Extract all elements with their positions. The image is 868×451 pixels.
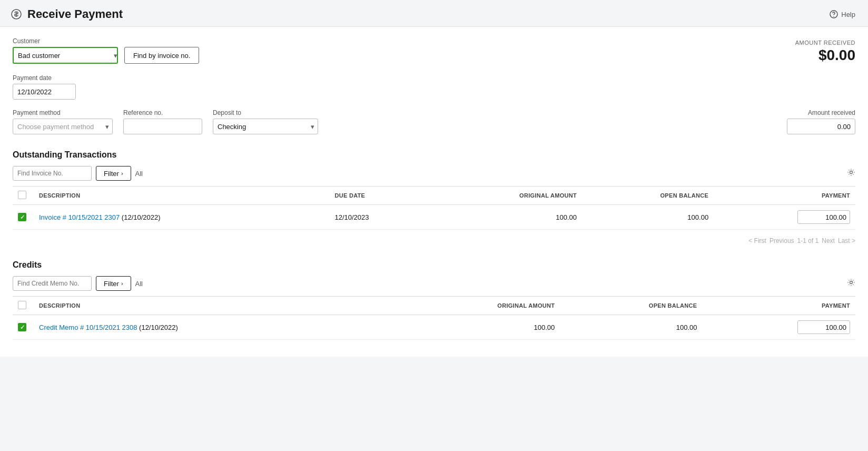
amount-received-value: $0.00 — [795, 47, 855, 64]
deposit-to-select-wrap: Checking Savings ▾ — [213, 119, 318, 134]
outstanding-original-amount-header: ORIGINAL AMOUNT — [430, 187, 582, 205]
page-container: Receive Payment Help Customer ▾ — [0, 0, 868, 451]
outstanding-table-header-row: DESCRIPTION DUE DATE ORIGINAL AMOUNT OPE… — [13, 187, 855, 205]
pagination-first[interactable]: < First — [748, 237, 766, 244]
payment-date-input[interactable] — [13, 84, 76, 100]
payment-method-select[interactable]: Choose payment method Cash Check Credit … — [13, 123, 102, 131]
amount-received-label: AMOUNT RECEIVED — [795, 40, 855, 46]
deposit-to-label: Deposit to — [213, 109, 318, 116]
credits-row-description: Credit Memo # 10/15/2021 2308 (12/10/202… — [34, 315, 396, 340]
deposit-to-field-group: Deposit to Checking Savings ▾ — [213, 109, 318, 134]
credits-gear-button[interactable] — [847, 278, 855, 289]
outstanding-row-checkbox[interactable] — [18, 213, 26, 221]
amount-received-field-group: Amount received — [787, 109, 855, 134]
outstanding-filter-button[interactable]: Filter › — [96, 166, 131, 181]
amount-received-box: AMOUNT RECEIVED $0.00 — [795, 40, 855, 64]
credits-table-header-row: DESCRIPTION ORIGINAL AMOUNT OPEN BALANCE… — [13, 297, 855, 315]
customer-label: Customer — [13, 37, 118, 45]
credits-row-payment-cell — [702, 315, 855, 340]
credits-row-original-amount: 100.00 — [396, 315, 560, 340]
credits-row-open-balance: 100.00 — [560, 315, 702, 340]
credits-select-all-header — [13, 297, 34, 315]
payment-date-field-group: Payment date — [13, 74, 855, 100]
pagination-range: 1-1 of 1 — [797, 237, 819, 244]
outstanding-row-payment-input[interactable] — [797, 210, 850, 224]
reference-no-input[interactable] — [123, 119, 202, 134]
credits-section: Credits Filter › All — [13, 260, 855, 340]
page-title: Receive Payment — [27, 7, 123, 21]
amount-received-input[interactable] — [787, 119, 855, 134]
payment-method-label: Payment method — [13, 109, 113, 116]
reference-no-label: Reference no. — [123, 109, 202, 116]
help-button[interactable]: Help — [830, 10, 855, 18]
credits-title: Credits — [13, 260, 855, 270]
outstanding-filter-label: Filter — [104, 170, 119, 178]
customer-chevron-icon[interactable]: ▾ — [111, 52, 121, 60]
receive-payment-icon — [11, 8, 22, 20]
page-title-wrap: Receive Payment — [11, 7, 123, 21]
customer-input[interactable] — [14, 52, 111, 60]
credits-filter-arrow-icon: › — [121, 280, 123, 287]
outstanding-select-all-checkbox[interactable] — [18, 191, 26, 199]
credits-filter-row: Filter › All — [13, 276, 855, 291]
reference-no-field-group: Reference no. — [123, 109, 202, 134]
outstanding-row-checkbox-cell — [13, 205, 34, 230]
outstanding-transactions-title: Outstanding Transactions — [13, 150, 855, 160]
credits-memo-link[interactable]: Credit Memo # 10/15/2021 2308 — [39, 323, 137, 331]
find-invoice-input[interactable] — [13, 166, 92, 181]
credits-row-checkbox[interactable] — [18, 323, 26, 331]
payment-method-select-wrap: Choose payment method Cash Check Credit … — [13, 119, 113, 134]
outstanding-gear-button[interactable] — [847, 168, 855, 179]
gear-icon — [847, 168, 855, 177]
payment-date-label: Payment date — [13, 74, 855, 82]
credits-select-all-checkbox[interactable] — [18, 301, 26, 309]
credits-filter-button[interactable]: Filter › — [96, 276, 131, 291]
pagination-next[interactable]: Next — [822, 237, 835, 244]
credits-gear-icon — [847, 278, 855, 287]
credits-description-header: DESCRIPTION — [34, 297, 396, 315]
outstanding-row-due-date: 12/10/2023 — [329, 205, 430, 230]
deposit-to-chevron-icon: ▾ — [308, 123, 318, 131]
svg-point-2 — [833, 16, 834, 17]
help-icon — [830, 10, 838, 18]
svg-point-4 — [850, 281, 853, 284]
credits-row-checkbox-cell — [13, 315, 34, 340]
outstanding-table-row: Invoice # 10/15/2021 2307 (12/10/2022) 1… — [13, 205, 855, 230]
outstanding-description-header: DESCRIPTION — [34, 187, 329, 205]
find-credit-memo-input[interactable] — [13, 276, 92, 291]
help-label: Help — [841, 11, 855, 18]
outstanding-payment-header: PAYMENT — [714, 187, 855, 205]
customer-row: Customer ▾ Find by invoice no. AMOUNT RE… — [13, 37, 855, 64]
outstanding-row-description-suffix: (12/10/2022) — [120, 213, 160, 221]
outstanding-pagination: < First Previous 1-1 of 1 Next Last > — [13, 234, 855, 244]
outstanding-invoice-link[interactable]: Invoice # 10/15/2021 2307 — [39, 213, 120, 221]
amount-received-field-label: Amount received — [808, 109, 855, 116]
outstanding-transactions-table: DESCRIPTION DUE DATE ORIGINAL AMOUNT OPE… — [13, 186, 855, 230]
find-by-invoice-button[interactable]: Find by invoice no. — [124, 47, 199, 64]
credits-payment-header: PAYMENT — [702, 297, 855, 315]
outstanding-due-date-header: DUE DATE — [329, 187, 430, 205]
pagination-last[interactable]: Last > — [838, 237, 855, 244]
credits-original-amount-header: ORIGINAL AMOUNT — [396, 297, 560, 315]
credits-table-row: Credit Memo # 10/15/2021 2308 (12/10/202… — [13, 315, 855, 340]
outstanding-row-description: Invoice # 10/15/2021 2307 (12/10/2022) — [34, 205, 329, 230]
credits-all-link[interactable]: All — [135, 280, 143, 288]
svg-point-3 — [850, 171, 853, 174]
outstanding-all-link[interactable]: All — [135, 170, 143, 178]
customer-field-group: Customer ▾ — [13, 37, 118, 64]
credits-row-payment-input[interactable] — [797, 320, 850, 334]
payment-method-chevron-icon: ▾ — [102, 123, 112, 131]
customer-input-wrap: ▾ — [13, 47, 118, 64]
pagination-previous[interactable]: Previous — [770, 237, 794, 244]
outstanding-transactions-filter-row: Filter › All — [13, 166, 855, 181]
credits-filter-label: Filter — [104, 280, 119, 288]
outstanding-select-all-header — [13, 187, 34, 205]
outstanding-row-payment-cell — [714, 205, 855, 230]
outstanding-open-balance-header: OPEN BALANCE — [582, 187, 714, 205]
payment-method-field-group: Payment method Choose payment method Cas… — [13, 109, 113, 134]
outstanding-filter-arrow-icon: › — [121, 170, 123, 177]
payment-date-row: Payment date — [13, 74, 855, 100]
credits-open-balance-header: OPEN BALANCE — [560, 297, 702, 315]
outstanding-row-original-amount: 100.00 — [430, 205, 582, 230]
deposit-to-select[interactable]: Checking Savings — [213, 123, 308, 131]
